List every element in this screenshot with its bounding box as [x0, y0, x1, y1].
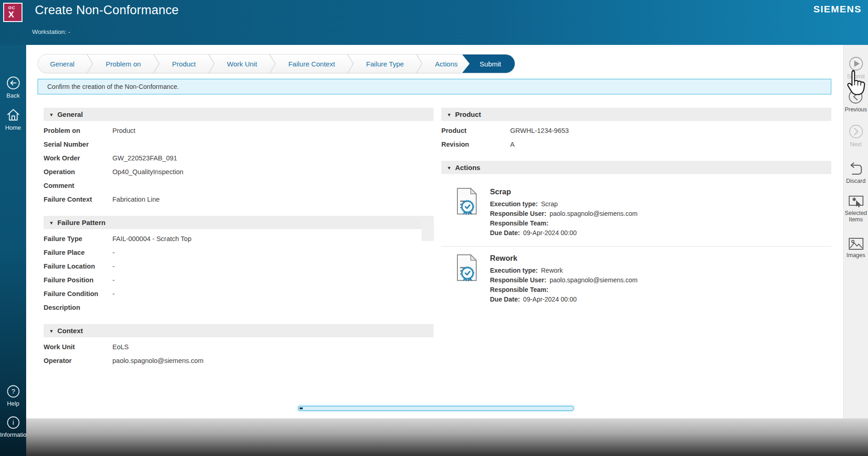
section-body: ProductGRWHL-1234-9653RevisionA	[441, 121, 831, 150]
tab-product[interactable]: Product	[160, 55, 208, 73]
field-row: Failure Location-	[44, 263, 434, 272]
field-value: GRWHL-1234-9653	[510, 127, 831, 136]
field-row: Comment	[44, 182, 434, 191]
scrollbar-thumb[interactable]	[300, 407, 303, 409]
info-message-text: Confirm the creation of the Non-Conforma…	[47, 83, 179, 90]
field-label: Failure Condition	[44, 290, 112, 299]
field-value: Op40_QualityInspection	[112, 168, 434, 177]
back-icon	[6, 75, 21, 91]
field-row: Work UnitEoLS	[44, 343, 434, 352]
field-label: Work Order	[44, 154, 112, 164]
svg-text:?: ?	[11, 387, 15, 395]
field-row: Problem onProduct	[44, 127, 434, 136]
section-title: Actions	[455, 164, 480, 171]
general-section: ▼General Problem onProductSerial NumberW…	[44, 108, 434, 205]
collapse-triangle-icon: ▼	[447, 112, 451, 117]
field-value: paolo.spagnolo@siemens.com	[112, 357, 434, 366]
next-label: Next	[850, 141, 862, 148]
field-row: ProductGRWHL-1234-9653	[441, 127, 831, 136]
discard-undo-icon	[848, 160, 864, 177]
info-message-bar: Confirm the creation of the Non-Conforma…	[38, 79, 831, 94]
submit-label: Submit	[847, 73, 865, 80]
field-row: OperationOp40_QualityInspection	[44, 168, 434, 177]
app-logo-text-main: X	[8, 10, 22, 19]
field-value: -	[112, 263, 434, 272]
tab-problem-on[interactable]: Problem on	[94, 55, 153, 73]
field-value	[112, 182, 434, 191]
selected-items-button[interactable]: Selected Items	[844, 194, 868, 223]
images-icon	[847, 236, 865, 251]
section-body: ScrapExecution type:ScrapResponsible Use…	[441, 174, 831, 313]
actions-section-header[interactable]: ▼Actions	[441, 161, 831, 174]
app-header: OC X Create Non-Conformance SIEMENS Work…	[0, 0, 868, 45]
previous-icon	[847, 88, 864, 105]
svg-text:i: i	[12, 418, 14, 426]
discard-button[interactable]: Discard	[846, 160, 865, 184]
field-label: Failure Location	[44, 263, 112, 272]
action-detail-line: Execution type:Scrap	[490, 199, 638, 209]
field-value	[112, 141, 434, 150]
horizontal-scrollbar[interactable]	[298, 406, 573, 411]
home-icon	[6, 107, 21, 123]
tab-separator-chevron-icon	[416, 55, 423, 73]
information-button[interactable]: i Information	[0, 415, 26, 438]
field-value: -	[112, 276, 434, 286]
next-button[interactable]: Next	[847, 123, 865, 148]
previous-label: Previous	[845, 106, 867, 113]
left-column: ▼General Problem onProductSerial NumberW…	[44, 108, 434, 377]
tab-submit[interactable]: Submit	[462, 55, 515, 73]
action-document-badge-icon	[455, 187, 479, 216]
tab-separator-chevron-icon	[269, 55, 276, 73]
section-body: Problem onProductSerial NumberWork Order…	[44, 121, 434, 205]
tab-failure-type[interactable]: Failure Type	[354, 55, 416, 73]
tab-separator-chevron-icon	[86, 55, 94, 73]
tab-failure-context[interactable]: Failure Context	[276, 55, 347, 73]
section-title: Context	[57, 327, 83, 335]
context-section: ▼Context Work UnitEoLSOperatorpaolo.spag…	[44, 324, 434, 366]
field-label: Operator	[44, 357, 112, 366]
next-icon	[847, 123, 865, 140]
field-label: Failure Position	[44, 276, 112, 286]
selected-items-label: Selected Items	[844, 210, 868, 223]
field-row: Serial Number	[44, 141, 434, 150]
left-sidebar: Back Home ? Help i Information	[0, 45, 26, 456]
help-button[interactable]: ? Help	[0, 384, 26, 407]
field-row: Failure Condition-	[44, 290, 434, 299]
wizard-tabs: GeneralProblem onProductWork UnitFailure…	[38, 54, 515, 73]
collapse-triangle-icon: ▼	[49, 329, 54, 334]
home-label: Home	[5, 124, 21, 131]
general-section-header[interactable]: ▼General	[44, 108, 434, 121]
tab-work-unit[interactable]: Work Unit	[215, 55, 269, 73]
field-label: Serial Number	[44, 141, 112, 150]
field-value: EoLS	[112, 343, 434, 352]
home-button[interactable]: Home	[0, 107, 26, 131]
failure-pattern-section-header[interactable]: ▼Failure Pattern	[44, 216, 434, 229]
back-button[interactable]: Back	[0, 75, 26, 99]
section-title: Product	[455, 110, 481, 118]
submit-play-icon	[847, 55, 865, 72]
field-row: Failure Position-	[44, 276, 434, 286]
action-detail-line: Responsible Team:	[490, 219, 638, 228]
field-value	[112, 304, 434, 313]
field-row: Work OrderGW_220523FAB_091	[44, 154, 434, 164]
failure-pattern-section: ▼Failure Pattern Failure TypeFAIL-000004…	[44, 216, 434, 313]
tab-actions[interactable]: Actions	[423, 55, 469, 73]
context-section-header[interactable]: ▼Context	[44, 324, 434, 337]
field-row: Failure TypeFAIL-000004 - Scratch Top	[44, 235, 434, 244]
images-button[interactable]: Images	[846, 236, 865, 258]
product-section-header[interactable]: ▼Product	[441, 108, 831, 121]
collapse-triangle-icon: ▼	[49, 112, 54, 117]
action-document-badge-icon	[455, 254, 479, 282]
tab-general[interactable]: General	[38, 55, 86, 73]
summary-columns: ▼General Problem onProductSerial NumberW…	[44, 108, 831, 377]
discard-label: Discard	[846, 178, 865, 184]
action-item-title: Scrap	[490, 187, 638, 196]
field-value: -	[112, 290, 434, 299]
field-label: Operation	[44, 168, 112, 177]
main-panel: GeneralProblem onProductWork UnitFailure…	[26, 45, 843, 418]
field-value: Fabrication Line	[112, 196, 434, 205]
previous-button[interactable]: Previous	[845, 88, 867, 113]
submit-button[interactable]: Submit	[847, 55, 865, 80]
product-section: ▼Product ProductGRWHL-1234-9653RevisionA	[441, 108, 831, 150]
scrollbar-handle[interactable]	[422, 220, 434, 241]
